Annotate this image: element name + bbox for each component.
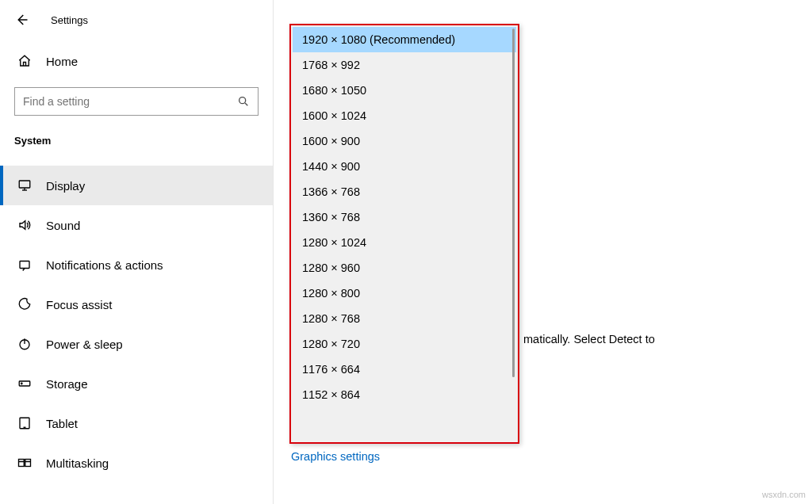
graphics-settings-link[interactable]: Graphics settings — [291, 450, 380, 463]
search-box[interactable] — [14, 87, 259, 116]
nav-label: Notifications & actions — [46, 258, 163, 272]
resolution-option[interactable]: 1280 × 768 — [293, 306, 516, 331]
power-icon — [17, 337, 32, 351]
back-arrow-icon[interactable] — [14, 13, 29, 27]
home-nav-item[interactable]: Home — [0, 46, 273, 76]
nav-item-multitasking[interactable]: Multitasking — [0, 443, 273, 483]
resolution-option[interactable]: 1280 × 720 — [293, 331, 516, 357]
search-input[interactable] — [23, 95, 237, 108]
resolution-option[interactable]: 1600 × 1024 — [293, 103, 516, 128]
watermark-text: wsxdn.com — [762, 490, 806, 499]
nav-item-notifications[interactable]: Notifications & actions — [0, 245, 273, 284]
home-label: Home — [46, 55, 78, 68]
search-icon — [237, 95, 250, 108]
partial-description-text: matically. Select Detect to — [523, 333, 655, 346]
home-icon — [17, 54, 32, 68]
nav-label: Power & sleep — [46, 338, 123, 351]
svg-rect-7 — [19, 460, 25, 467]
nav-label: Tablet — [46, 417, 78, 430]
storage-icon — [17, 376, 32, 391]
resolution-option[interactable]: 1360 × 768 — [293, 204, 516, 230]
svg-rect-8 — [25, 460, 31, 467]
resolution-option[interactable]: 1280 × 960 — [293, 255, 516, 281]
nav-label: Focus assist — [46, 298, 112, 311]
nav-label: Multitasking — [46, 456, 109, 470]
resolution-option[interactable]: 1176 × 664 — [293, 357, 516, 382]
nav-item-focus-assist[interactable]: Focus assist — [0, 284, 273, 324]
resolution-dropdown[interactable]: 1920 × 1080 (Recommended) 1768 × 992 168… — [289, 24, 519, 444]
tablet-icon — [17, 416, 32, 430]
window-title: Settings — [51, 14, 88, 26]
svg-rect-2 — [20, 262, 29, 269]
nav-list: Display Sound Notifications & actions — [0, 166, 273, 483]
resolution-option[interactable]: 1152 × 864 — [293, 382, 516, 407]
resolution-option[interactable]: 1680 × 1050 — [293, 78, 516, 103]
nav-label: Storage — [46, 377, 88, 391]
nav-item-tablet[interactable]: Tablet — [0, 403, 273, 443]
svg-point-0 — [239, 97, 246, 104]
dropdown-inner: 1920 × 1080 (Recommended) 1768 × 992 168… — [291, 25, 518, 442]
nav-item-storage[interactable]: Storage — [0, 364, 273, 403]
resolution-option[interactable]: 1366 × 768 — [293, 179, 516, 204]
notifications-icon — [17, 258, 32, 272]
resolution-option[interactable]: 1768 × 992 — [293, 52, 516, 78]
nav-label: Display — [46, 179, 85, 193]
resolution-option[interactable]: 1920 × 1080 (Recommended) — [293, 27, 516, 52]
multitasking-icon — [17, 456, 32, 470]
section-system-label: System — [0, 130, 273, 151]
nav-label: Sound — [46, 219, 80, 232]
settings-sidebar: Settings Home System — [0, 0, 274, 504]
nav-item-sound[interactable]: Sound — [0, 205, 273, 245]
dropdown-list: 1920 × 1080 (Recommended) 1768 × 992 168… — [293, 27, 516, 441]
resolution-option[interactable]: 1280 × 800 — [293, 281, 516, 306]
sound-icon — [17, 218, 32, 232]
resolution-option[interactable]: 1280 × 1024 — [293, 230, 516, 255]
display-icon — [17, 178, 32, 193]
resolution-option[interactable]: 1600 × 900 — [293, 128, 516, 154]
focus-assist-icon — [17, 297, 32, 311]
svg-rect-1 — [19, 181, 30, 188]
dropdown-scrollbar[interactable] — [512, 29, 515, 377]
nav-item-display[interactable]: Display — [0, 166, 273, 205]
nav-item-power-sleep[interactable]: Power & sleep — [0, 324, 273, 364]
svg-point-5 — [21, 383, 23, 384]
resolution-option[interactable]: 1440 × 900 — [293, 154, 516, 179]
header-row: Settings — [0, 0, 273, 40]
content-area: 1920 × 1080 (Recommended) 1768 × 992 168… — [274, 0, 812, 504]
